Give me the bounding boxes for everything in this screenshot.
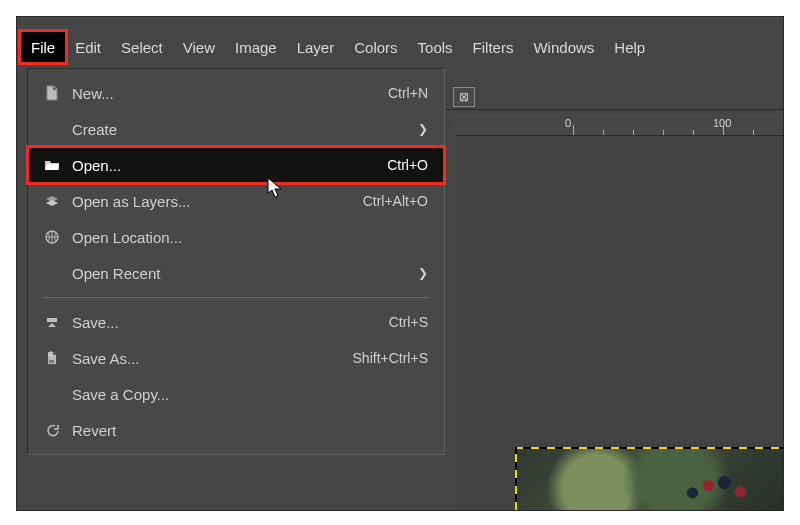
save-as-icon [40,350,64,366]
menu-select[interactable]: Select [111,32,173,62]
globe-icon [40,229,64,245]
menu-item-label: Open as Layers... [64,193,363,210]
horizontal-ruler[interactable]: 0 100 [455,114,783,136]
file-new-icon [40,85,64,101]
file-menu-dropdown: New... Ctrl+N Create ❯ Open... Ctrl+O Op… [27,68,445,455]
menu-item-label: Open Recent [64,265,414,282]
menu-item-label: Open... [64,157,387,174]
menu-item-save-a-copy[interactable]: Save a Copy... [28,376,444,412]
chevron-right-icon: ❯ [414,122,428,136]
menu-edit[interactable]: Edit [65,32,111,62]
menu-item-open-recent[interactable]: Open Recent ❯ [28,255,444,291]
ruler-tick [573,125,574,135]
menu-item-shortcut: Ctrl+Alt+O [363,193,428,209]
menu-help[interactable]: Help [604,32,655,62]
document-close-button[interactable]: ⊠ [453,87,475,107]
menu-tools[interactable]: Tools [408,32,463,62]
menu-item-new[interactable]: New... Ctrl+N [28,75,444,111]
menu-filters[interactable]: Filters [463,32,524,62]
menu-item-save[interactable]: Save... Ctrl+S [28,304,444,340]
menu-item-shortcut: Ctrl+N [388,85,428,101]
menu-image[interactable]: Image [225,32,287,62]
menu-item-label: Save... [64,314,389,331]
menu-item-label: Create [64,121,414,138]
folder-open-icon [40,157,64,173]
menu-item-label: Save a Copy... [64,386,428,403]
selection-border-top [515,447,783,449]
menu-file[interactable]: File [21,32,65,62]
menu-windows[interactable]: Windows [523,32,604,62]
ruler-tick [663,130,664,135]
layers-icon [40,193,64,209]
menu-item-revert[interactable]: Revert [28,412,444,448]
ruler-tick [603,130,604,135]
close-icon: ⊠ [459,90,469,104]
menu-item-create[interactable]: Create ❯ [28,111,444,147]
menu-item-shortcut: Shift+Ctrl+S [353,350,428,366]
ruler-tick [633,130,634,135]
revert-icon [40,422,64,438]
image-canvas[interactable] [515,447,783,510]
app-window: File Edit Select View Image Layer Colors… [16,16,784,511]
menu-view[interactable]: View [173,32,225,62]
ruler-tick [723,125,724,135]
menu-item-label: New... [64,85,388,102]
menu-item-open-location[interactable]: Open Location... [28,219,444,255]
menu-separator [42,297,430,298]
menu-item-label: Save As... [64,350,353,367]
selection-border-left [515,447,517,510]
menu-item-save-as[interactable]: Save As... Shift+Ctrl+S [28,340,444,376]
menu-colors[interactable]: Colors [344,32,407,62]
menu-item-label: Revert [64,422,428,439]
menu-item-open-as-layers[interactable]: Open as Layers... Ctrl+Alt+O [28,183,444,219]
menu-item-open[interactable]: Open... Ctrl+O [28,147,444,183]
chevron-right-icon: ❯ [414,266,428,280]
menu-layer[interactable]: Layer [287,32,345,62]
save-icon [40,314,64,330]
tab-separator [445,109,783,110]
menu-item-label: Open Location... [64,229,428,246]
ruler-tick [693,130,694,135]
ruler-tick [753,130,754,135]
menu-item-shortcut: Ctrl+S [389,314,428,330]
svg-rect-1 [49,360,54,363]
menu-item-shortcut: Ctrl+O [387,157,428,173]
menu-bar: File Edit Select View Image Layer Colors… [17,30,659,64]
ruler-label-0: 0 [565,117,571,129]
